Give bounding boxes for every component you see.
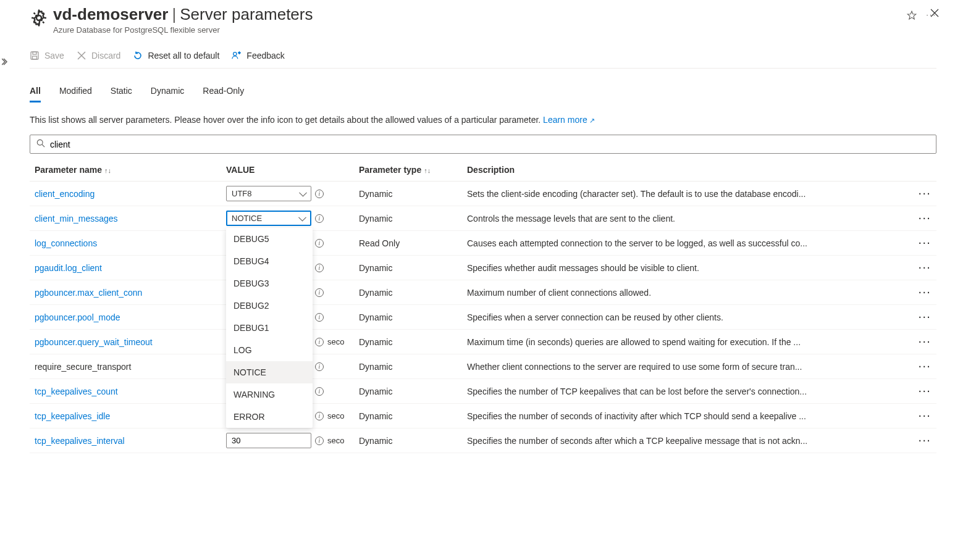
dropdown-option[interactable]: DEBUG1 — [226, 317, 313, 339]
learn-more-link[interactable]: Learn more↗ — [543, 115, 595, 125]
page-subtitle: Azure Database for PostgreSQL flexible s… — [53, 25, 895, 35]
param-type: Dynamic — [354, 354, 462, 379]
param-name[interactable]: tcp_keepalives_idle — [35, 411, 110, 421]
info-icon[interactable]: i — [315, 190, 324, 198]
hint-text: This list shows all server parameters. P… — [30, 115, 936, 125]
param-name[interactable]: log_connections — [35, 238, 97, 248]
dropdown-options: DEBUG5DEBUG4DEBUG3DEBUG2DEBUG1LOGNOTICEW… — [226, 228, 313, 428]
tab-static[interactable]: Static — [111, 86, 132, 102]
param-type: Dynamic — [354, 256, 462, 280]
dropdown-option[interactable]: DEBUG2 — [226, 295, 313, 317]
dropdown-option[interactable]: DEBUG3 — [226, 272, 313, 295]
row-more-icon[interactable]: ··· — [919, 436, 932, 446]
info-icon[interactable]: i — [315, 214, 324, 223]
info-icon[interactable]: i — [315, 387, 324, 396]
param-description: Maximum number of client connections all… — [467, 288, 856, 298]
param-type: Read Only — [354, 231, 462, 256]
table-row: tcp_keepalives_countiDynamicSpecifies th… — [30, 379, 936, 404]
favorite-icon[interactable] — [906, 10, 917, 23]
table-row: pgbouncer.pool_modeiDynamicSpecifies whe… — [30, 305, 936, 330]
value-unit: seco — [327, 411, 344, 420]
table-row: pgbouncer.max_client_conniDynamicMaximum… — [30, 280, 936, 305]
tab-all[interactable]: All — [30, 86, 41, 102]
param-type: Dynamic — [354, 428, 462, 453]
param-name[interactable]: pgbouncer.max_client_conn — [35, 288, 142, 298]
close-button[interactable] — [930, 9, 939, 20]
feedback-button[interactable]: Feedback — [232, 51, 284, 61]
param-name[interactable]: pgbouncer.pool_mode — [35, 312, 120, 322]
param-name: require_secure_transport — [35, 362, 131, 372]
col-header-name[interactable]: Parameter name↑↓ — [30, 159, 221, 182]
table-row: client_min_messagesNOTICEDEBUG5DEBUG4DEB… — [30, 206, 936, 231]
param-type: Dynamic — [354, 330, 462, 354]
dropdown-option[interactable]: DEBUG5 — [226, 228, 313, 250]
row-more-icon[interactable]: ··· — [919, 362, 932, 372]
svg-marker-1 — [907, 11, 916, 19]
param-name[interactable]: client_min_messages — [35, 214, 118, 224]
row-more-icon[interactable]: ··· — [919, 238, 932, 248]
info-icon[interactable]: i — [315, 362, 324, 371]
feedback-icon — [232, 51, 242, 61]
row-more-icon[interactable]: ··· — [919, 214, 932, 224]
tab-dynamic[interactable]: Dynamic — [151, 86, 184, 102]
search-field[interactable] — [30, 135, 936, 154]
col-header-desc[interactable]: Description — [462, 159, 912, 182]
row-more-icon[interactable]: ··· — [919, 263, 932, 273]
info-icon[interactable]: i — [315, 264, 324, 272]
row-more-icon[interactable]: ··· — [919, 387, 932, 396]
param-type: Dynamic — [354, 305, 462, 330]
value-input[interactable] — [226, 433, 311, 448]
param-description: Whether client connections to the server… — [467, 362, 856, 372]
row-more-icon[interactable]: ··· — [919, 189, 932, 199]
param-name[interactable]: tcp_keepalives_count — [35, 387, 118, 396]
save-icon — [30, 51, 40, 61]
tab-read-only[interactable]: Read-Only — [203, 86, 244, 102]
param-description: Specifies the number of TCP keepalives t… — [467, 387, 856, 396]
param-type: Dynamic — [354, 206, 462, 231]
info-icon[interactable]: i — [315, 437, 324, 445]
dropdown-option[interactable]: ERROR — [226, 406, 313, 428]
row-more-icon[interactable]: ··· — [919, 288, 932, 298]
search-input[interactable] — [50, 140, 930, 149]
info-icon[interactable]: i — [315, 338, 324, 346]
dropdown-option[interactable]: NOTICE — [226, 361, 313, 383]
dropdown-option[interactable]: DEBUG4 — [226, 250, 313, 272]
parameters-table: Parameter name↑↓ VALUE Parameter type↑↓ … — [30, 159, 936, 453]
param-name[interactable]: tcp_keepalives_interval — [35, 436, 125, 446]
row-more-icon[interactable]: ··· — [919, 411, 932, 421]
tab-modified[interactable]: Modified — [59, 86, 92, 102]
info-icon[interactable]: i — [315, 239, 324, 248]
table-row: tcp_keepalives_idleisecoDynamicSpecifies… — [30, 404, 936, 428]
param-name[interactable]: client_encoding — [35, 189, 95, 199]
save-button: Save — [30, 51, 64, 61]
row-more-icon[interactable]: ··· — [919, 312, 932, 322]
filter-tabs: AllModifiedStaticDynamicRead-Only — [30, 86, 936, 102]
reset-button[interactable]: Reset all to default — [133, 51, 219, 61]
info-icon[interactable]: i — [315, 313, 324, 322]
external-link-icon: ↗ — [589, 117, 595, 124]
discard-button: Discard — [77, 51, 120, 61]
value-select[interactable]: UTF8 — [226, 186, 311, 201]
info-icon[interactable]: i — [315, 412, 324, 420]
value-select[interactable]: NOTICE — [226, 211, 311, 226]
command-bar: Save Discard Reset all to default Feedba… — [30, 51, 936, 69]
dropdown-option[interactable]: WARNING — [226, 383, 313, 406]
table-row: log_connectionsiRead OnlyCauses each att… — [30, 231, 936, 256]
row-more-icon[interactable]: ··· — [919, 337, 932, 347]
svg-point-6 — [37, 140, 43, 145]
expand-panel-icon[interactable] — [2, 57, 8, 68]
param-name[interactable]: pgbouncer.query_wait_timeout — [35, 337, 153, 347]
col-header-value[interactable]: VALUE — [221, 159, 354, 182]
value-unit: seco — [327, 436, 344, 445]
info-icon[interactable]: i — [315, 288, 324, 297]
param-name[interactable]: pgaudit.log_client — [35, 263, 102, 273]
table-row: pgaudit.log_clientiDynamicSpecifies whet… — [30, 256, 936, 280]
param-description: Specifies when a server connection can b… — [467, 312, 856, 322]
param-type: Dynamic — [354, 182, 462, 206]
dropdown-option[interactable]: LOG — [226, 339, 313, 361]
page-title: vd-demoserver | Server parameters — [53, 5, 895, 24]
param-description: Specifies the number of seconds after wh… — [467, 436, 856, 446]
col-header-type[interactable]: Parameter type↑↓ — [354, 159, 462, 182]
discard-icon — [77, 51, 86, 61]
param-description: Sets the client-side encoding (character… — [467, 189, 856, 199]
